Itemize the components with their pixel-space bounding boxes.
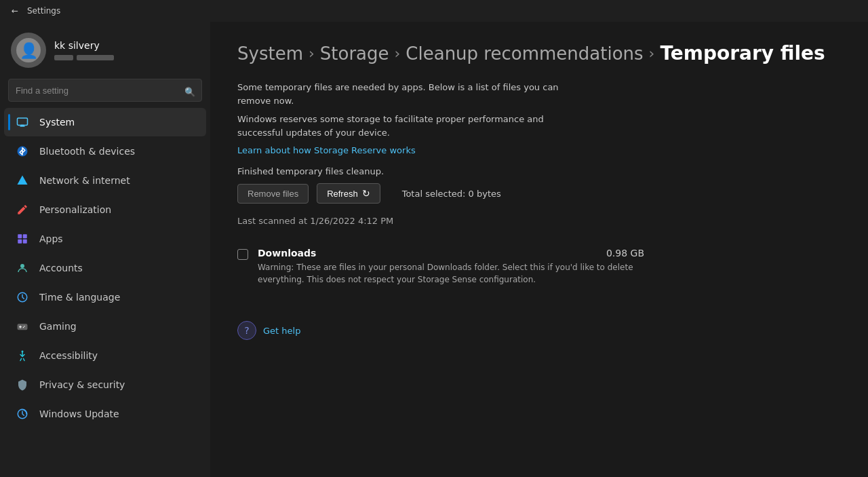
sidebar-item-bluetooth[interactable]: Bluetooth & devices [4,137,206,166]
titlebar: ← Settings [0,0,868,22]
svg-point-12 [24,326,25,327]
breadcrumb-current: Temporary files [660,42,825,64]
network-icon [15,173,30,188]
description-text-1: Some temporary files are needed by apps.… [237,81,576,107]
description-text-2: Windows reserves some storage to facilit… [237,113,576,139]
sidebar-item-update[interactable]: Windows Update [4,400,206,428]
accessibility-icon [15,348,30,363]
breadcrumb-sep-3: › [649,45,655,62]
svg-rect-5 [18,234,22,238]
download-item: Downloads 0.98 GB Warning: These are fil… [237,240,644,294]
avatar: 👤 [11,33,46,68]
refresh-button[interactable]: Refresh ↻ [317,183,380,204]
svg-rect-7 [18,240,22,244]
sidebar-item-time[interactable]: Time & language [4,283,206,311]
svg-rect-8 [23,240,27,244]
svg-rect-11 [18,324,28,330]
remove-files-button[interactable]: Remove files [237,184,309,204]
user-bars [54,55,114,60]
sidebar-item-privacy-label: Privacy & security [39,379,125,390]
system-icon [15,115,30,130]
apps-icon [15,231,30,246]
download-name: Downloads [258,248,316,259]
total-selected: Total selected: 0 bytes [402,189,501,199]
sidebar-item-apps[interactable]: Apps [4,225,206,253]
sidebar-nav: System Bluetooth & devices Network [0,107,210,429]
svg-point-9 [20,264,24,268]
learn-link[interactable]: Learn about how Storage Reserve works [237,145,416,155]
time-icon [15,290,30,305]
breadcrumb-sep-1: › [309,45,315,62]
download-size: 0.98 GB [606,248,644,259]
main-content: System › Storage › Cleanup recommendatio… [210,22,868,477]
titlebar-title: Settings [27,6,60,16]
scan-date: Last scanned at 1/26/2022 4:12 PM [237,216,841,226]
bluetooth-icon [15,144,30,159]
sidebar-item-privacy[interactable]: Privacy & security [4,370,206,399]
search-container: 🔍 [0,76,210,107]
sidebar-item-personalization[interactable]: Personalization [4,195,206,224]
status-text: Finished temporary files cleanup. [237,166,841,176]
back-button[interactable]: ← [8,4,22,18]
help-icon: ? [237,321,256,340]
breadcrumb: System › Storage › Cleanup recommendatio… [237,42,841,64]
svg-point-13 [23,327,24,328]
user-info: kk silvery [54,40,114,60]
svg-rect-6 [23,234,27,238]
download-header: Downloads 0.98 GB [258,248,644,259]
breadcrumb-storage[interactable]: Storage [320,43,389,64]
user-bar-1 [54,55,73,60]
download-warning: Warning: These are files in your persona… [258,261,644,286]
breadcrumb-system[interactable]: System [237,43,303,64]
sidebar-item-network[interactable]: Network & internet [4,166,206,195]
sidebar-item-system[interactable]: System [4,108,206,136]
get-help-section[interactable]: ? Get help [237,321,841,340]
action-row: Remove files Refresh ↻ Total selected: 0… [237,183,841,204]
update-icon [15,406,30,421]
downloads-checkbox[interactable] [237,249,248,260]
sidebar-item-personalization-label: Personalization [39,204,111,215]
user-profile[interactable]: 👤 kk silvery [0,22,210,76]
sidebar-item-bluetooth-label: Bluetooth & devices [39,146,135,157]
svg-marker-4 [18,176,28,185]
search-input[interactable] [8,79,202,102]
sidebar-item-network-label: Network & internet [39,175,130,186]
gaming-icon [15,319,30,334]
sidebar: 👤 kk silvery 🔍 [0,22,210,477]
app-body: 👤 kk silvery 🔍 [0,22,868,477]
sidebar-item-system-label: System [39,117,75,128]
download-content: Downloads 0.98 GB Warning: These are fil… [258,248,644,286]
sidebar-item-update-label: Windows Update [39,408,119,419]
svg-rect-0 [18,118,28,126]
sidebar-item-gaming-label: Gaming [39,321,77,332]
breadcrumb-sep-2: › [395,45,401,62]
sidebar-item-gaming[interactable]: Gaming [4,312,206,341]
get-help-label: Get help [263,326,300,336]
privacy-icon [15,377,30,392]
avatar-icon: 👤 [16,38,41,62]
refresh-icon: ↻ [362,188,370,199]
sidebar-item-accounts-label: Accounts [39,263,83,273]
sidebar-item-apps-label: Apps [39,233,63,244]
personalization-icon [15,202,30,217]
refresh-label: Refresh [327,189,358,199]
user-bar-2 [77,55,114,60]
sidebar-item-time-label: Time & language [39,292,120,303]
user-name: kk silvery [54,40,114,51]
svg-rect-2 [21,125,24,126]
sidebar-item-accessibility[interactable]: Accessibility [4,341,206,370]
breadcrumb-cleanup[interactable]: Cleanup recommendations [406,43,643,64]
accounts-icon [15,261,30,275]
sidebar-item-accessibility-label: Accessibility [39,350,98,361]
sidebar-item-accounts[interactable]: Accounts [4,254,206,282]
